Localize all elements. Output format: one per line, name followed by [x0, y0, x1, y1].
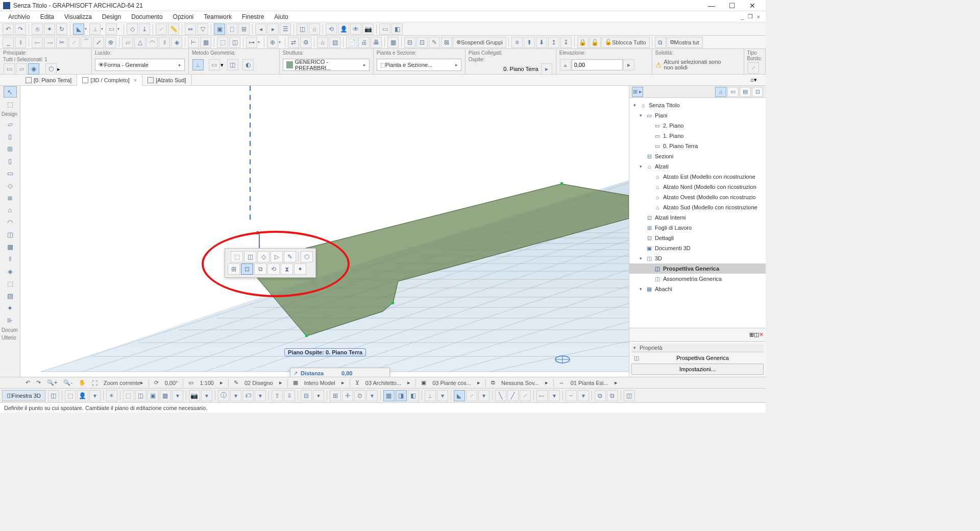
ruler-icon[interactable]: ⟋ [156, 23, 167, 35]
tree-alzato-ovest[interactable]: ⌂Alzato Ovest (Modello con ricostruzio [629, 192, 766, 202]
tab-3d-completo[interactable]: [3D / Completo]× [77, 75, 142, 86]
pet-cancel-icon[interactable]: ⬡ [301, 251, 313, 262]
bb-import-icon[interactable]: ⇩ [284, 390, 295, 401]
display-order-icon[interactable]: ≡ [511, 37, 523, 48]
view-fwd-icon[interactable]: ▸ [267, 23, 279, 35]
nav-publisher-icon[interactable]: ⊡ [752, 87, 763, 97]
pet-mirror2-icon[interactable]: ⧗ [281, 263, 293, 275]
shell-icon[interactable]: ◠ [146, 37, 158, 48]
arrow-tool[interactable]: ↖ [4, 86, 17, 98]
beam-tool[interactable]: ▭ [4, 167, 17, 179]
geom-method-2-icon[interactable]: ▭ [209, 59, 220, 70]
offset-icon[interactable]: ⟝ [32, 37, 43, 48]
pet-rotate2-icon[interactable]: ⟲ [267, 263, 280, 275]
zoom-out-icon[interactable]: 🔍- [61, 378, 75, 388]
trace-toggle[interactable]: ▣ [214, 23, 225, 35]
pet-move-icon[interactable]: ⬚ [231, 251, 243, 262]
shell-tool[interactable]: ◠ [4, 216, 17, 228]
menu-design[interactable]: Design [97, 12, 126, 21]
column-tool[interactable]: ▯ [4, 155, 17, 166]
tree-alzati-interni[interactable]: ⊡Alzati Interni [629, 212, 766, 223]
tree-fogli[interactable]: ⊞Fogli di Lavoro [629, 223, 766, 233]
dimension-style-value[interactable]: 01 Pianta Esi... [568, 378, 611, 388]
model-view-value[interactable]: Intero Model [302, 378, 338, 388]
tree-abachi[interactable]: ▾▦Abachi [629, 284, 766, 294]
bb-walk-icon[interactable]: 👤 [77, 390, 88, 401]
tree-sezioni[interactable]: ⊟Sezioni [629, 151, 766, 161]
zoom-current-dropdown[interactable]: Zoom corrente ▸ [101, 378, 146, 388]
trace-diff-icon[interactable]: ⊞ [238, 23, 250, 35]
menu-edita[interactable]: Edita [35, 12, 59, 21]
view-list-icon[interactable]: ☰ [280, 23, 291, 35]
nav-popup-toggle[interactable]: ⊞ ▸ [632, 87, 643, 97]
open-3d-icon[interactable]: ◫ [297, 23, 308, 35]
edit-group-icon[interactable]: ✎ [429, 37, 440, 48]
measure-icon[interactable]: 📏 [168, 23, 179, 35]
layout-icon[interactable]: ▤ [329, 37, 340, 48]
mdi-restore[interactable]: ❐ [746, 13, 754, 20]
fit-icon[interactable]: ⛶ [89, 378, 100, 388]
slab-tool[interactable]: ◇ [4, 180, 17, 191]
bb-hidden-icon[interactable]: ◫ [135, 390, 146, 401]
menu-finestre[interactable]: Finestre [237, 12, 269, 21]
model-view-icon[interactable]: ▦ [290, 378, 301, 388]
rotate-view-icon[interactable]: ⟳ [152, 378, 161, 388]
maximize-button[interactable]: ☐ [722, 2, 742, 10]
bb-axon-icon[interactable]: ⬚ [65, 390, 76, 401]
bb-origin-icon[interactable]: ⊙ [354, 390, 365, 401]
adjust-icon[interactable]: ⤢ [93, 37, 104, 48]
tree-alzato-nord[interactable]: ⌂Alzato Nord (Modello con ricostruzion [629, 182, 766, 192]
mesh-tool[interactable]: ⫴ [4, 253, 17, 264]
graphic-override-icon[interactable]: ⊻ [353, 378, 362, 388]
elevation-input[interactable] [572, 59, 623, 70]
view-back-icon[interactable]: ◂ [255, 23, 266, 35]
pet-drag-icon[interactable]: ⊡ [241, 263, 253, 275]
mesh-icon[interactable]: ⫴ [159, 37, 170, 48]
suspend-group-icon[interactable]: ⊠ [441, 37, 452, 48]
send-bwd-icon[interactable]: ↧ [560, 37, 572, 48]
edit-plane-icon[interactable]: ◇ [127, 23, 138, 35]
marquee-tool[interactable]: ⬚ [4, 99, 17, 110]
tree-prospettiva-generica[interactable]: ◫Prospettiva Generica [629, 263, 766, 274]
close-button[interactable]: ✕ [742, 2, 763, 10]
geom-method-1-icon[interactable]: ⟂ [192, 59, 204, 70]
bb-wire-icon[interactable]: ⬚ [123, 390, 134, 401]
align-icon[interactable]: ⎯ [3, 37, 14, 48]
bb-layer1-icon[interactable]: ⧉ [595, 390, 606, 401]
distribute-icon[interactable]: ⫴ [15, 37, 26, 48]
mdi-minimize[interactable]: _ [738, 14, 746, 20]
tree-doc3d[interactable]: ▣Documenti 3D [629, 243, 766, 253]
dimension-icon[interactable]: ⇔ [185, 23, 196, 35]
trim-icon[interactable]: ✂ [56, 37, 67, 48]
roof-tool[interactable]: ⌂ [4, 204, 17, 215]
pet-elevate2-icon[interactable]: ✦ [294, 263, 306, 275]
penset-value[interactable]: 02 Disegno [242, 378, 276, 388]
group-icon[interactable]: ⊟ [404, 37, 415, 48]
eyedropper-icon[interactable]: ⎋ [32, 23, 43, 35]
mdi-close[interactable]: × [754, 14, 763, 20]
story-select-icon[interactable]: ▸ [541, 63, 552, 75]
open-floorplan-icon[interactable]: ⌂ [309, 23, 320, 35]
tree-floor-0[interactable]: ▭0. Piano Terra [629, 141, 766, 151]
print-icon[interactable]: 🖨 [358, 37, 370, 48]
nav-delete-icon[interactable]: ✕ [759, 331, 764, 338]
bb-dash-icon[interactable]: ┄ [566, 390, 577, 401]
look-icon[interactable]: 👁 [350, 23, 361, 35]
marquee-3d-icon[interactable]: ◧ [391, 23, 403, 35]
tab-alzato-sud[interactable]: [Alzato Sud] [142, 75, 191, 86]
attributes-icon[interactable]: ▦ [387, 37, 399, 48]
connect-icon[interactable]: ⊶ [246, 37, 257, 48]
bb-perspective-icon[interactable]: ◫ [48, 390, 59, 401]
gravity-icon[interactable]: ⤓ [139, 23, 150, 35]
bb-editplane-icon[interactable]: ▦ [383, 390, 395, 401]
bb-editplane2-icon[interactable]: ◨ [396, 390, 407, 401]
curtain-icon[interactable]: ▦ [200, 37, 211, 48]
unlock-icon[interactable]: 🔓 [590, 37, 601, 48]
renovation-value[interactable]: 03 Piante cos... [430, 378, 474, 388]
snap-toggle[interactable]: ⟂ [89, 23, 101, 35]
scale-icon[interactable]: ▭ [186, 378, 196, 388]
layer-dropdown[interactable]: 👁 Forma - Generale▸ [95, 59, 185, 71]
geom-method-3-icon[interactable]: ◫ [227, 59, 238, 70]
penset-icon[interactable]: ✎ [231, 378, 241, 388]
fillet-icon[interactable]: ⌒ [81, 37, 92, 48]
